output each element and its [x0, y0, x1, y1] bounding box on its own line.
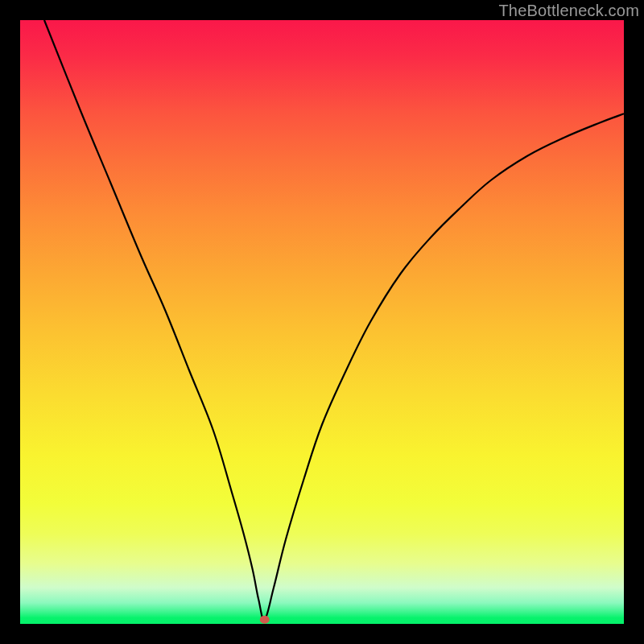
chart-stage: TheBottleneck.com [0, 0, 644, 644]
bottleneck-curve [44, 20, 624, 620]
minimum-point-dot [260, 616, 270, 624]
bottleneck-curve-svg [20, 20, 624, 624]
plot-area [20, 20, 624, 624]
watermark-text: TheBottleneck.com [498, 2, 639, 20]
